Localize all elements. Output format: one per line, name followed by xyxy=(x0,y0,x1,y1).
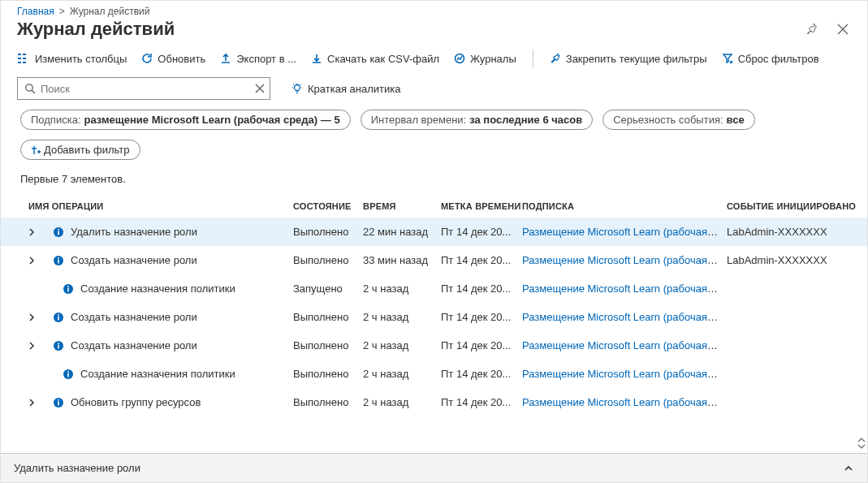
table-row[interactable]: Обновить группу ресурсовВыполнено2 ч наз… xyxy=(1,388,867,416)
subscription-link[interactable]: Размещение Microsoft Learn (рабочая сред… xyxy=(522,339,727,351)
svg-point-2 xyxy=(295,85,300,91)
svg-rect-19 xyxy=(67,373,69,377)
filter-pills: Подписка: размещение Microsoft Learn (ра… xyxy=(1,110,867,170)
time-cell: 2 ч назад xyxy=(363,396,441,408)
time-cell: 2 ч назад xyxy=(363,368,441,380)
status-cell: Выполнено xyxy=(293,368,363,380)
export-button[interactable]: Экспорт в ... xyxy=(220,53,296,65)
add-filter-button[interactable]: Добавить фильтр xyxy=(20,140,140,160)
time-cell: 22 мин назад xyxy=(363,226,441,238)
svg-rect-4 xyxy=(58,231,59,235)
filter-subscription[interactable]: Подписка: размещение Microsoft Learn (ра… xyxy=(20,110,351,130)
col-operation[interactable]: ИМЯ ОПЕРАЦИИ xyxy=(28,201,293,211)
filter-timerange[interactable]: Интервал времени: за последние 6 часов xyxy=(361,110,594,130)
breadcrumb-current: Журнал действий xyxy=(70,6,150,17)
col-initiated-by[interactable]: СОБЫТИЕ ИНИЦИИРОВАНО xyxy=(727,201,867,211)
expand-icon[interactable] xyxy=(28,399,35,407)
result-count: Первые 7 элементов. xyxy=(1,170,867,195)
pin-icon xyxy=(805,23,818,36)
refresh-button[interactable]: Обновить xyxy=(141,53,205,65)
filter-severity[interactable]: Серьезность события: все xyxy=(602,110,754,130)
search-box[interactable] xyxy=(17,77,270,100)
operation-name: Удалить назначение роли xyxy=(71,226,197,238)
svg-rect-20 xyxy=(67,371,69,373)
operation-name: Создание назначения политики xyxy=(80,368,235,380)
breadcrumb-home[interactable]: Главная xyxy=(17,6,54,17)
info-icon xyxy=(53,226,64,238)
col-subscription[interactable]: ПОДПИСКА xyxy=(522,201,727,211)
operation-name: Создать назначение роли xyxy=(71,339,197,351)
filter-severity-key: Серьезность события: xyxy=(613,114,723,126)
insights-button[interactable]: Краткая аналитика xyxy=(291,83,400,95)
timestamp-cell: Пт 14 дек 20... xyxy=(441,339,522,351)
detail-panel[interactable]: Удалить назначение роли xyxy=(1,453,867,482)
lightbulb-icon xyxy=(291,83,303,94)
svg-rect-8 xyxy=(58,257,59,259)
scroll-down-icon xyxy=(857,443,866,450)
pin-filters-label: Закрепить текущие фильтры xyxy=(566,53,707,65)
time-cell: 2 ч назад xyxy=(363,282,441,295)
operation-name: Создание назначения политики xyxy=(80,282,235,295)
status-cell: Выполнено xyxy=(293,396,363,408)
add-filter-label: Добавить фильтр xyxy=(44,144,130,156)
download-csv-button[interactable]: Скачать как CSV-файл xyxy=(311,53,439,65)
subscription-link[interactable]: Размещение Microsoft Learn (рабочая сред… xyxy=(522,368,727,380)
edit-columns-button[interactable]: Изменить столбцы xyxy=(17,53,127,65)
filter-subscription-value: размещение Microsoft Learn (рабочая сред… xyxy=(84,114,340,126)
operation-name: Создать назначение роли xyxy=(71,311,197,323)
detail-title: Удалить назначение роли xyxy=(14,462,140,474)
insights-label: Краткая аналитика xyxy=(308,83,400,95)
subscription-link[interactable]: Размещение Microsoft Learn (рабочая сред… xyxy=(522,396,727,408)
table-row[interactable]: Удалить назначение ролиВыполнено22 мин н… xyxy=(1,218,867,246)
timestamp-cell: Пт 14 дек 20... xyxy=(441,311,522,323)
subscription-link[interactable]: Размещение Microsoft Learn (рабочая сред… xyxy=(522,282,727,295)
logs-button[interactable]: Журналы xyxy=(454,53,516,65)
table-row[interactable]: Создать назначение ролиВыполнено2 ч наза… xyxy=(1,303,867,331)
reset-filters-label: Сброс фильтров xyxy=(738,53,819,65)
clear-search-button[interactable] xyxy=(255,84,265,93)
download-icon xyxy=(311,53,322,64)
table-row[interactable]: Создать назначение ролиВыполнено2 ч наза… xyxy=(1,331,867,360)
expand-icon[interactable] xyxy=(28,228,35,236)
subscription-link[interactable]: Размещение Microsoft Learn (рабочая сред… xyxy=(522,226,727,238)
svg-rect-11 xyxy=(67,286,69,287)
subscription-link[interactable]: Размещение Microsoft Learn (рабочая сред… xyxy=(522,311,727,323)
filter-severity-value: все xyxy=(727,114,745,126)
table-row[interactable]: Создание назначения политикиЗапущено2 ч … xyxy=(1,274,867,303)
time-cell: 2 ч назад xyxy=(363,311,441,323)
reset-filters-icon xyxy=(722,53,733,64)
col-status[interactable]: СОСТОЯНИЕ xyxy=(293,201,363,211)
svg-rect-10 xyxy=(67,287,69,291)
pin-filters-button[interactable]: Закрепить текущие фильтры xyxy=(550,53,707,65)
activity-table: ИМЯ ОПЕРАЦИИ СОСТОЯНИЕ ВРЕМЯ МЕТКА ВРЕМЕ… xyxy=(1,195,867,453)
svg-rect-16 xyxy=(58,344,59,348)
svg-rect-7 xyxy=(58,259,59,263)
scroll-indicator xyxy=(857,437,866,450)
expand-icon[interactable] xyxy=(28,342,35,350)
expand-icon[interactable] xyxy=(28,257,35,265)
table-header: ИМЯ ОПЕРАЦИИ СОСТОЯНИЕ ВРЕМЯ МЕТКА ВРЕМЕ… xyxy=(1,195,867,218)
scroll-up-icon xyxy=(857,437,866,443)
refresh-icon xyxy=(141,53,153,64)
pin-button[interactable] xyxy=(802,19,822,39)
edit-columns-label: Изменить столбцы xyxy=(35,53,127,65)
subscription-link[interactable]: Размещение Microsoft Learn (рабочая сред… xyxy=(522,254,727,266)
col-timestamp[interactable]: МЕТКА ВРЕМЕНИ xyxy=(441,201,522,211)
chevron-up-icon[interactable] xyxy=(843,463,854,474)
info-icon xyxy=(53,340,64,351)
table-row[interactable]: Создание назначения политикиВыполнено2 ч… xyxy=(1,360,867,388)
info-icon xyxy=(53,312,64,323)
search-input[interactable] xyxy=(41,83,250,95)
close-button[interactable] xyxy=(833,19,853,39)
filter-timerange-key: Интервал времени: xyxy=(371,114,467,126)
svg-rect-23 xyxy=(58,399,59,401)
reset-filters-button[interactable]: Сброс фильтров xyxy=(722,53,819,65)
timestamp-cell: Пт 14 дек 20... xyxy=(441,226,522,238)
status-cell: Выполнено xyxy=(293,339,363,351)
svg-rect-5 xyxy=(58,229,59,231)
expand-icon[interactable] xyxy=(28,313,35,321)
filter-subscription-key: Подписка: xyxy=(31,114,81,126)
operation-name: Создать назначение роли xyxy=(71,254,197,266)
col-time[interactable]: ВРЕМЯ xyxy=(363,201,441,211)
table-row[interactable]: Создать назначение ролиВыполнено33 мин н… xyxy=(1,246,867,274)
